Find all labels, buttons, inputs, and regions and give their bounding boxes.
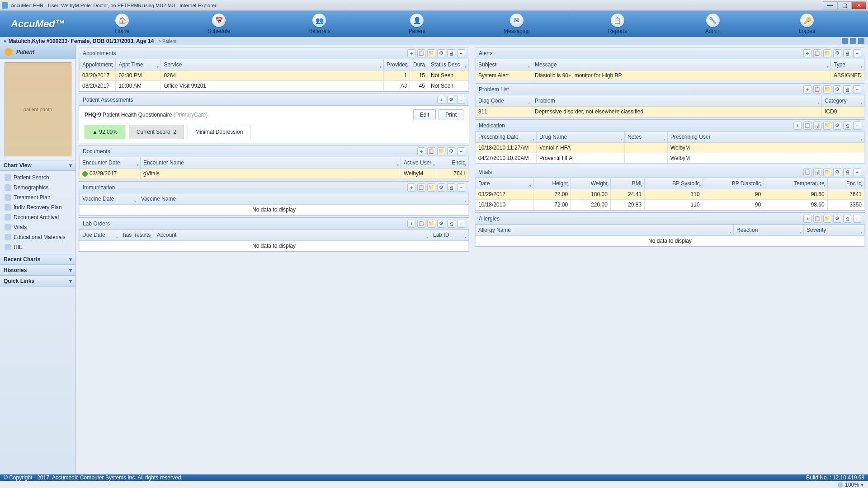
app-logo: AccuMed™ — [0, 18, 76, 30]
nav-messaging[interactable]: ✉Messaging — [504, 14, 530, 34]
messaging-icon: ✉ — [510, 14, 524, 27]
ie-icon — [2, 2, 8, 9]
nav-reports[interactable]: 📋Reports — [608, 14, 627, 34]
home-icon: 🏠 — [115, 14, 129, 27]
nav-logout[interactable]: 🔑Logout — [799, 14, 816, 34]
schedule-icon: 📅 — [212, 14, 226, 27]
reports-icon: 📋 — [611, 14, 624, 27]
window-title: AccuMed EHR - User: WelbyM Role: Doctor,… — [11, 3, 823, 8]
patient-icon: 👤 — [410, 14, 424, 27]
close-button[interactable]: ✕ — [852, 1, 866, 9]
admin-icon: 🔧 — [706, 14, 720, 27]
minimize-button[interactable]: — — [823, 1, 837, 9]
patient-banner: « Matulich,Kylie #100233- Female, DOB 01… — [0, 37, 868, 45]
banner-icon-3[interactable] — [858, 38, 864, 44]
nav-admin[interactable]: 🔧Admin — [705, 14, 721, 34]
maximize-button[interactable]: ▢ — [837, 1, 852, 9]
nav-schedule[interactable]: 📅Schedule — [208, 14, 230, 34]
patient-banner-text: Matulich,Kylie #100233- Female, DOB 01/1… — [9, 38, 154, 44]
referrals-icon: 👥 — [312, 14, 326, 27]
browser-titlebar: AccuMed EHR - User: WelbyM Role: Doctor,… — [0, 0, 868, 11]
nav-referrals[interactable]: 👥Referrals — [308, 14, 330, 34]
nav-patient[interactable]: 👤Patient — [409, 14, 425, 34]
banner-icon-2[interactable] — [850, 38, 856, 44]
app-topbar: AccuMed™ 🏠Home📅Schedule👥Referrals👤Patien… — [0, 11, 868, 37]
breadcrumb: > Patient — [158, 39, 176, 44]
back-icon[interactable]: « — [4, 38, 7, 44]
logout-icon: 🔑 — [800, 14, 814, 27]
banner-icon-1[interactable] — [842, 38, 848, 44]
nav-home[interactable]: 🏠Home — [115, 14, 129, 34]
